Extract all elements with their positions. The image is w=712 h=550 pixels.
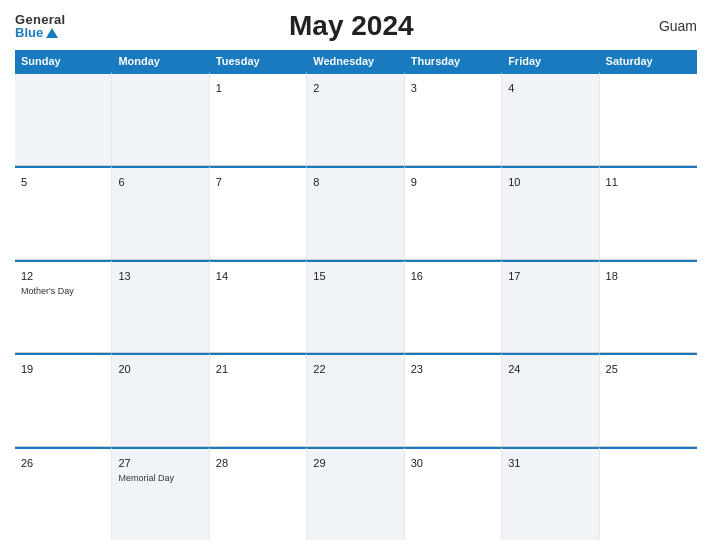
cell-w1-mon [112, 72, 209, 165]
day-num: 22 [313, 363, 325, 375]
week-4: 19 20 21 22 23 24 25 [15, 353, 697, 447]
day-num: 2 [313, 82, 319, 94]
day-num: 27 [118, 457, 130, 469]
day-num: 14 [216, 270, 228, 282]
day-num: 15 [313, 270, 325, 282]
day-num: 31 [508, 457, 520, 469]
header-wednesday: Wednesday [307, 50, 404, 72]
cell-w5-mon: 27 Memorial Day [112, 447, 209, 540]
cell-w3-wed: 15 [307, 260, 404, 353]
day-num: 30 [411, 457, 423, 469]
cell-w1-sun [15, 72, 112, 165]
cell-w1-wed: 2 [307, 72, 404, 165]
day-num: 24 [508, 363, 520, 375]
cell-w5-wed: 29 [307, 447, 404, 540]
cell-w2-sat: 11 [600, 166, 697, 259]
calendar-body: 1 2 3 4 5 6 7 8 9 10 11 12 Mother's Da [15, 72, 697, 540]
cell-w4-mon: 20 [112, 353, 209, 446]
header: General Blue May 2024 Guam [15, 10, 697, 42]
day-num: 16 [411, 270, 423, 282]
cell-w4-sat: 25 [600, 353, 697, 446]
cell-w3-fri: 17 [502, 260, 599, 353]
cell-w4-tue: 21 [210, 353, 307, 446]
logo-blue-text: Blue [15, 26, 58, 39]
cell-w3-tue: 14 [210, 260, 307, 353]
cell-w5-tue: 28 [210, 447, 307, 540]
cell-w2-thu: 9 [405, 166, 502, 259]
header-thursday: Thursday [405, 50, 502, 72]
day-num: 21 [216, 363, 228, 375]
cell-w2-tue: 7 [210, 166, 307, 259]
logo-triangle-icon [46, 28, 58, 38]
week-3: 12 Mother's Day 13 14 15 16 17 18 [15, 260, 697, 354]
day-num: 26 [21, 457, 33, 469]
cell-w2-fri: 10 [502, 166, 599, 259]
day-num: 5 [21, 176, 27, 188]
header-monday: Monday [112, 50, 209, 72]
cell-w2-sun: 5 [15, 166, 112, 259]
region-label: Guam [637, 18, 697, 34]
day-num: 1 [216, 82, 222, 94]
day-num: 13 [118, 270, 130, 282]
week-5: 26 27 Memorial Day 28 29 30 31 [15, 447, 697, 540]
calendar: Sunday Monday Tuesday Wednesday Thursday… [15, 50, 697, 540]
week-1: 1 2 3 4 [15, 72, 697, 166]
day-num: 29 [313, 457, 325, 469]
page: General Blue May 2024 Guam Sunday Monday… [0, 0, 712, 550]
mothers-day-label: Mother's Day [21, 286, 105, 297]
cell-w4-fri: 24 [502, 353, 599, 446]
day-num: 20 [118, 363, 130, 375]
week-2: 5 6 7 8 9 10 11 [15, 166, 697, 260]
cell-w5-fri: 31 [502, 447, 599, 540]
cell-w1-fri: 4 [502, 72, 599, 165]
calendar-header: Sunday Monday Tuesday Wednesday Thursday… [15, 50, 697, 72]
cell-w3-thu: 16 [405, 260, 502, 353]
day-num: 10 [508, 176, 520, 188]
header-tuesday: Tuesday [210, 50, 307, 72]
day-num: 9 [411, 176, 417, 188]
header-friday: Friday [502, 50, 599, 72]
day-num: 12 [21, 270, 33, 282]
day-num: 8 [313, 176, 319, 188]
cell-w4-thu: 23 [405, 353, 502, 446]
day-num: 11 [606, 176, 618, 188]
day-num: 18 [606, 270, 618, 282]
header-saturday: Saturday [600, 50, 697, 72]
day-num: 19 [21, 363, 33, 375]
logo: General Blue [15, 13, 66, 39]
cell-w4-sun: 19 [15, 353, 112, 446]
day-num: 17 [508, 270, 520, 282]
cell-w3-sun: 12 Mother's Day [15, 260, 112, 353]
cell-w3-mon: 13 [112, 260, 209, 353]
day-num: 28 [216, 457, 228, 469]
memorial-day-label: Memorial Day [118, 473, 202, 484]
day-num: 25 [606, 363, 618, 375]
cell-w2-mon: 6 [112, 166, 209, 259]
header-sunday: Sunday [15, 50, 112, 72]
day-num: 4 [508, 82, 514, 94]
logo-blue-label: Blue [15, 26, 43, 39]
cell-w2-wed: 8 [307, 166, 404, 259]
cell-w5-thu: 30 [405, 447, 502, 540]
cell-w1-tue: 1 [210, 72, 307, 165]
cell-w1-sat [600, 72, 697, 165]
day-num: 23 [411, 363, 423, 375]
cell-w3-sat: 18 [600, 260, 697, 353]
cell-w1-thu: 3 [405, 72, 502, 165]
day-num: 6 [118, 176, 124, 188]
day-num: 7 [216, 176, 222, 188]
cell-w4-wed: 22 [307, 353, 404, 446]
cell-w5-sat [600, 447, 697, 540]
calendar-title: May 2024 [66, 10, 637, 42]
day-num: 3 [411, 82, 417, 94]
cell-w5-sun: 26 [15, 447, 112, 540]
